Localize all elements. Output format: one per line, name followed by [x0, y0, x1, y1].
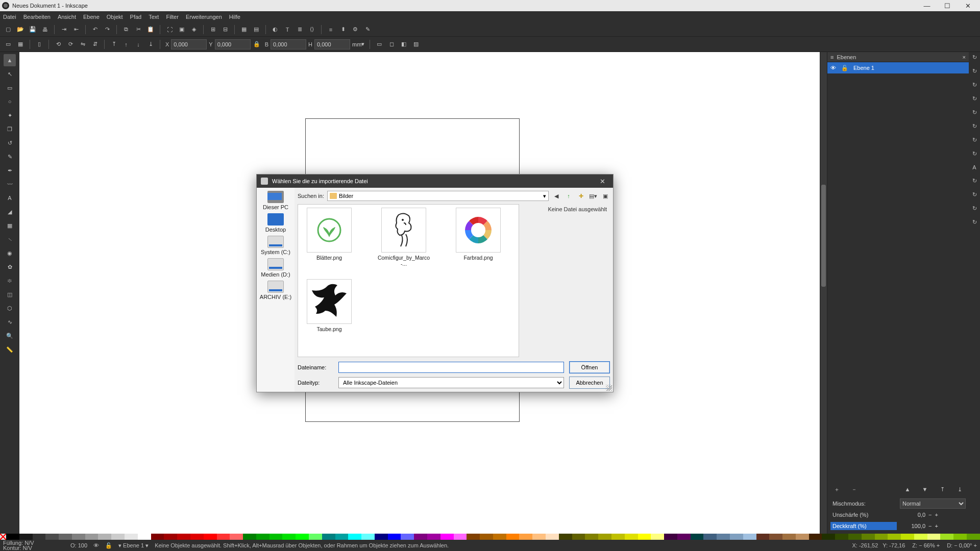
- palette-swatch[interactable]: [427, 534, 440, 540]
- palette-swatch[interactable]: [691, 534, 704, 540]
- gradient-tool[interactable]: ◢: [4, 206, 16, 218]
- blur-value[interactable]: 0,0: [900, 512, 925, 518]
- copy-button[interactable]: ⧉: [120, 23, 132, 36]
- palette-swatch[interactable]: [204, 534, 217, 540]
- dockbtn-3[interactable]: ↻: [972, 82, 977, 88]
- palette-swatch[interactable]: [559, 534, 572, 540]
- deselect-button[interactable]: ▯: [33, 38, 45, 51]
- palette-swatch[interactable]: [506, 534, 520, 540]
- x-input[interactable]: [171, 39, 207, 49]
- layer-top-button[interactable]: ⤒: [936, 483, 948, 495]
- go-back-button[interactable]: ◀: [552, 191, 561, 201]
- palette-swatch[interactable]: [45, 534, 59, 540]
- palette-swatch[interactable]: [862, 534, 875, 540]
- palette-swatch[interactable]: [875, 534, 888, 540]
- palette-swatch[interactable]: [756, 534, 770, 540]
- current-layer-label[interactable]: ▾ Ebene 1 ▾: [118, 542, 149, 549]
- palette-swatch[interactable]: [532, 534, 546, 540]
- raise-button[interactable]: ↑: [120, 38, 132, 51]
- add-layer-button[interactable]: ＋: [830, 483, 843, 495]
- fill-dialog-button[interactable]: ◐: [269, 23, 281, 36]
- bezier-tool[interactable]: ✒: [4, 164, 16, 177]
- dockbtn-9[interactable]: A: [972, 164, 976, 170]
- flip-v-button[interactable]: ⇵: [89, 38, 101, 51]
- zoom-page-button[interactable]: ▣: [176, 23, 188, 36]
- affect-stroke-button[interactable]: ▭: [373, 38, 385, 51]
- palette-swatch[interactable]: [769, 534, 782, 540]
- palette-swatch[interactable]: [270, 534, 283, 540]
- palette-swatch[interactable]: [6, 534, 19, 540]
- dialog-resizer[interactable]: [606, 385, 612, 391]
- palette-swatch[interactable]: [164, 534, 177, 540]
- palette-swatch[interactable]: [322, 534, 335, 540]
- palette-swatch[interactable]: [243, 534, 256, 540]
- palette-swatch[interactable]: [638, 534, 651, 540]
- unit-select[interactable]: mm ▾: [350, 41, 366, 47]
- export-button[interactable]: ⇤: [70, 23, 82, 36]
- palette-swatch[interactable]: [651, 534, 664, 540]
- minimize-button[interactable]: —: [917, 1, 937, 11]
- transform-dialog-button[interactable]: ⬍: [337, 23, 349, 36]
- palette-swatch[interactable]: [296, 534, 309, 540]
- node-tool[interactable]: ↖: [4, 68, 16, 80]
- palette-swatch[interactable]: [585, 534, 598, 540]
- opacity-value[interactable]: 100,0: [900, 523, 925, 529]
- dockbtn-6[interactable]: ↻: [972, 123, 977, 130]
- affect-pattern-button[interactable]: ▨: [410, 38, 422, 51]
- paste-button[interactable]: 📋: [144, 23, 157, 36]
- open-button[interactable]: 📂: [14, 23, 27, 36]
- dialog-titlebar[interactable]: Wählen Sie die zu importierende Datei ✕: [257, 174, 613, 188]
- flip-h-button[interactable]: ⇋: [77, 38, 89, 51]
- zoom-readout[interactable]: Z: − 66% +: [912, 542, 940, 548]
- palette-swatch[interactable]: [914, 534, 927, 540]
- rotate-ccw-button[interactable]: ⟲: [52, 38, 64, 51]
- spray-tool[interactable]: ፨: [4, 274, 16, 287]
- palette-swatch[interactable]: [33, 534, 46, 540]
- menu-layer[interactable]: Ebene: [83, 14, 100, 20]
- blend-select[interactable]: Normal: [900, 498, 966, 509]
- fill-stroke-indicator[interactable]: Füllung: N/V Kontur: N/V: [3, 540, 64, 550]
- new-folder-button[interactable]: ✚: [576, 191, 585, 201]
- dockbtn-2[interactable]: ↻: [972, 68, 977, 74]
- palette-swatch[interactable]: [677, 534, 691, 540]
- dockbtn-1[interactable]: ↻: [972, 54, 977, 61]
- layers-panel-tab[interactable]: ≡ Ebenen ×: [827, 52, 969, 62]
- select-layers-button[interactable]: ▦: [14, 38, 27, 51]
- dialog-close-button[interactable]: ✕: [596, 178, 609, 185]
- undo-button[interactable]: ↶: [89, 23, 101, 36]
- paintbucket-tool[interactable]: ◉: [4, 247, 16, 259]
- save-button[interactable]: 💾: [27, 23, 39, 36]
- palette-swatch[interactable]: [59, 534, 72, 540]
- dockbtn-5[interactable]: ↻: [972, 109, 977, 116]
- spiral-tool[interactable]: ↺: [4, 137, 16, 149]
- menu-file[interactable]: Datei: [3, 14, 16, 20]
- palette-swatch[interactable]: [480, 534, 493, 540]
- rotation-readout[interactable]: D: − 0,00° +: [947, 542, 977, 548]
- panel-close-icon[interactable]: ×: [963, 54, 966, 60]
- maximize-button[interactable]: ☐: [937, 1, 958, 11]
- palette-swatch[interactable]: [111, 534, 125, 540]
- palette-swatch[interactable]: [546, 534, 559, 540]
- palette-swatch[interactable]: [967, 534, 980, 540]
- palette-swatch[interactable]: [835, 534, 848, 540]
- file-item[interactable]: Farbrad.png: [450, 208, 506, 267]
- filetype-select[interactable]: Alle Inkscape-Dateien: [338, 377, 564, 388]
- palette-swatch[interactable]: [901, 534, 914, 540]
- palette-swatch[interactable]: [230, 534, 243, 540]
- palette-swatch[interactable]: [414, 534, 427, 540]
- vertical-scrollbar[interactable]: [820, 52, 827, 534]
- prefs-button[interactable]: ⚙: [349, 23, 361, 36]
- redo-button[interactable]: ↷: [101, 23, 113, 36]
- text-dialog-button[interactable]: T: [281, 23, 293, 36]
- cancel-button[interactable]: Abbrechen: [569, 377, 610, 389]
- menu-text[interactable]: Text: [149, 14, 159, 20]
- dockbtn-12[interactable]: ↻: [972, 205, 977, 212]
- palette-swatch[interactable]: [177, 534, 190, 540]
- palette-swatch[interactable]: [375, 534, 388, 540]
- affect-gradient-button[interactable]: ◧: [398, 38, 410, 51]
- palette-swatch[interactable]: [282, 534, 296, 540]
- group-button[interactable]: ▦: [238, 23, 250, 36]
- palette-swatch[interactable]: [888, 534, 901, 540]
- dockbtn-11[interactable]: ↻: [972, 191, 977, 198]
- menu-help[interactable]: Hilfe: [229, 14, 240, 20]
